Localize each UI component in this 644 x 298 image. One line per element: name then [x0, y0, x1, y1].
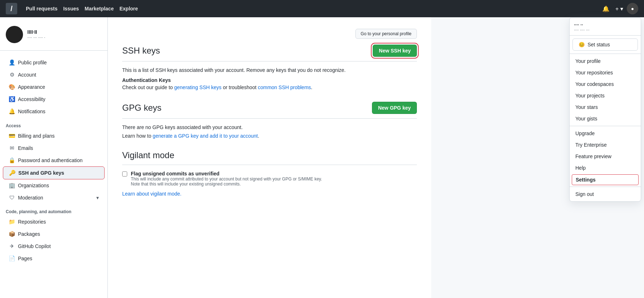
ssh-section-header: SSH keys New SSH key: [122, 45, 417, 61]
flag-unsigned-commits-label: Flag unsigned commits as unverified: [131, 171, 322, 176]
new-gpg-key-button[interactable]: New GPG key: [372, 102, 417, 114]
dropdown-help[interactable]: Help: [570, 162, 641, 174]
flag-unsigned-commits-row: Flag unsigned commits as unverified This…: [122, 171, 417, 187]
code-section-label: Code, planning, and automation: [0, 203, 107, 216]
dropdown-your-repositories[interactable]: Your repositories: [570, 67, 641, 78]
vigilant-mode-learn-link[interactable]: Learn about vigilant mode.: [122, 191, 181, 197]
topnav-icons: 🔔 + ▾ ●: [600, 3, 638, 14]
sidebar-item-billing[interactable]: 💳 Billing and plans: [3, 130, 105, 142]
nav-pull-requests[interactable]: Pull requests: [26, 6, 58, 12]
repo-icon: 📁: [9, 219, 15, 225]
nav-explore[interactable]: Explore: [119, 6, 138, 12]
gpg-section-title: GPG keys: [122, 103, 161, 113]
user-avatar[interactable]: ●: [627, 3, 638, 14]
notification-bell-icon[interactable]: 🔔: [600, 3, 612, 14]
settings-sidebar: IIII·II ···· ··· ···· · 👤 Public profile…: [0, 17, 108, 298]
vigilant-section-title: Vigilant mode: [122, 150, 417, 165]
dropdown-user-header: ···· ·· ···· ···· ···: [570, 19, 641, 36]
sidebar-subtext: ···· ··· ···· ·: [27, 35, 45, 40]
org-icon: 🏢: [9, 182, 15, 189]
new-ssh-key-outline: New SSH key: [373, 45, 417, 57]
vigilant-mode-section: Vigilant mode Flag unsigned commits as u…: [122, 150, 417, 197]
generating-ssh-keys-link[interactable]: generating SSH keys: [174, 84, 222, 90]
sidebar-avatar: [6, 26, 23, 43]
set-status-label: Set status: [588, 42, 610, 47]
pages-icon: 📄: [9, 255, 15, 262]
dropdown-divider-3: [570, 187, 641, 187]
sidebar-item-repositories[interactable]: 📁 Repositories: [3, 216, 105, 228]
sidebar-item-organizations[interactable]: 🏢 Organizations: [3, 179, 105, 192]
sidebar-item-copilot[interactable]: ✈ GitHub Copilot: [3, 240, 105, 252]
sidebar-item-moderation[interactable]: 🛡 Moderation ▾: [3, 192, 105, 203]
common-ssh-problems-link[interactable]: common SSH problems: [258, 84, 311, 90]
nav-marketplace[interactable]: Marketplace: [85, 6, 114, 12]
key-icon: 🔑: [9, 170, 15, 176]
dropdown-divider-1: [570, 54, 641, 54]
chevron-down-icon: ▾: [96, 195, 99, 201]
shield-icon: 🛡: [9, 194, 15, 201]
sidebar-item-packages[interactable]: 📦 Packages: [3, 228, 105, 240]
dropdown-try-enterprise[interactable]: Try Enterprise: [570, 139, 641, 151]
dropdown-feature-preview[interactable]: Feature preview: [570, 151, 641, 162]
dropdown-your-stars[interactable]: Your stars: [570, 101, 641, 113]
set-status-button[interactable]: 😊 Set status: [572, 38, 638, 51]
sidebar-item-appearance[interactable]: 🎨 Appearance: [3, 81, 105, 93]
billing-icon: 💳: [9, 133, 15, 139]
sidebar-item-pages[interactable]: 📄 Pages: [3, 252, 105, 265]
dropdown-divider-2: [570, 126, 641, 126]
sidebar-item-account[interactable]: ⚙ Account: [3, 69, 105, 81]
new-plus-button[interactable]: + ▾: [613, 3, 625, 14]
flag-unsigned-desc2: Note that this will include your existin…: [131, 182, 322, 187]
sidebar-item-password-auth[interactable]: 🔒 Password and authentication: [3, 154, 105, 166]
auth-keys-subtitle: Authentication Keys: [122, 77, 417, 83]
dropdown-email: ···· ···· ···: [574, 27, 636, 32]
gpg-keys-section: GPG keys New GPG key There are no GPG ke…: [122, 102, 417, 139]
ssh-section-desc: This is a list of SSH keys associated wi…: [122, 67, 417, 73]
set-status-icon: 😊: [579, 42, 585, 47]
generate-gpg-key-link[interactable]: generate a GPG key and add it to your ac…: [153, 133, 258, 139]
gpg-empty-message: There are no GPG keys associated with yo…: [122, 124, 417, 130]
dropdown-upgrade[interactable]: Upgrade: [570, 128, 641, 139]
email-icon: ✉: [9, 145, 15, 151]
copilot-icon: ✈: [9, 243, 15, 249]
gpg-learn-desc: Learn how to generate a GPG key and add …: [122, 133, 417, 139]
nav-issues[interactable]: Issues: [63, 6, 79, 12]
user-icon: 👤: [9, 59, 15, 66]
accessibility-icon: ♿: [9, 96, 15, 102]
sidebar-item-emails[interactable]: ✉ Emails: [3, 142, 105, 154]
page-layout: IIII·II ···· ··· ···· · 👤 Public profile…: [0, 17, 644, 298]
gear-icon: ⚙: [9, 72, 15, 78]
dropdown-sign-out[interactable]: Sign out: [570, 188, 641, 200]
sidebar-item-ssh-gpg[interactable]: 🔑 SSH and GPG keys: [3, 166, 105, 179]
new-ssh-key-button[interactable]: New SSH key: [373, 45, 417, 57]
package-icon: 📦: [9, 231, 15, 237]
dropdown-your-codespaces[interactable]: Your codespaces: [570, 78, 641, 90]
sidebar-user-info: IIII·II ···· ··· ···· ·: [0, 26, 107, 51]
auth-keys-desc: Check out our guide to generating SSH ke…: [122, 84, 417, 90]
dropdown-your-profile[interactable]: Your profile: [570, 55, 641, 67]
lock-icon: 🔒: [9, 157, 15, 164]
dropdown-username: ···· ··: [574, 22, 636, 27]
top-navigation: / Pull requests Issues Marketplace Explo…: [0, 0, 644, 17]
ssh-keys-section: SSH keys New SSH key This is a list of S…: [122, 45, 417, 90]
dropdown-settings[interactable]: Settings: [572, 174, 639, 185]
dropdown-your-gists[interactable]: Your gists: [570, 113, 641, 124]
dropdown-your-projects[interactable]: Your projects: [570, 90, 641, 101]
appearance-icon: 🎨: [9, 84, 15, 90]
sidebar-username: IIII·II: [27, 29, 45, 35]
sidebar-item-accessibility[interactable]: ♿ Accessibility: [3, 93, 105, 105]
ssh-section-title: SSH keys: [122, 46, 160, 56]
sidebar-item-public-profile[interactable]: 👤 Public profile: [3, 56, 105, 69]
access-section-label: Access: [0, 118, 107, 130]
bell-icon: 🔔: [9, 108, 15, 115]
flag-unsigned-commits-checkbox[interactable]: [122, 171, 127, 176]
go-to-profile-button[interactable]: Go to your personal profile: [355, 29, 417, 39]
main-content: Go to your personal profile SSH keys New…: [108, 17, 431, 298]
github-logo: /: [6, 3, 17, 14]
gpg-section-header: GPG keys New GPG key: [122, 102, 417, 119]
user-dropdown-menu: ···· ·· ···· ···· ··· 😊 Set status Your …: [569, 17, 641, 202]
sidebar-item-notifications[interactable]: 🔔 Notifications: [3, 105, 105, 118]
flag-unsigned-desc1: This will include any commit attributed …: [131, 176, 322, 182]
